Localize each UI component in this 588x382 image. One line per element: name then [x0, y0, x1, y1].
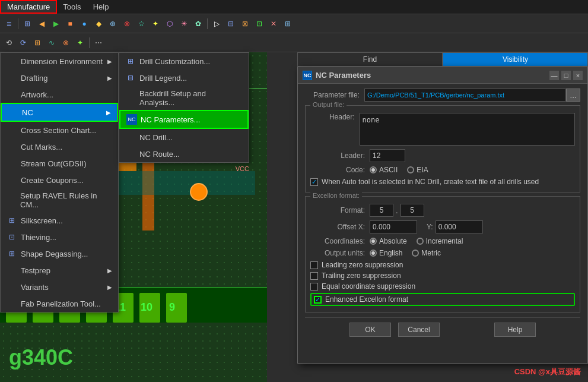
submenu-backdrill[interactable]: Backdrill Setup and Analysis... [119, 86, 249, 110]
code-eia-label: EIA [417, 166, 428, 174]
tb2-btn-3[interactable]: ⊞ [31, 36, 44, 49]
tb2-btn-6[interactable]: ✦ [74, 36, 87, 49]
menu-item-drafting[interactable]: Drafting ▶ [1, 70, 118, 86]
offset-x-label: Offset X: [310, 223, 370, 231]
tb-btn-15[interactable]: ▷ [210, 17, 223, 30]
coord-absolute-radio[interactable] [370, 238, 377, 245]
menu-item-shape-degassing[interactable]: ⊞ Shape Degassing... [1, 245, 118, 262]
param-file-input[interactable] [364, 89, 566, 102]
tb2-btn-5[interactable]: ⊗ [59, 36, 72, 49]
help-button[interactable]: Help [494, 323, 536, 337]
tb-btn-5[interactable]: ■ [63, 17, 77, 30]
silkscreen-icon: ⊞ [7, 215, 17, 226]
tb-btn-11[interactable]: ✦ [149, 17, 162, 30]
coord-incremental-radio[interactable] [417, 238, 424, 245]
tb-btn-1[interactable]: ≡ [2, 17, 15, 30]
tb-btn-17[interactable]: ⊠ [239, 17, 252, 30]
menu-tools[interactable]: Tools [57, 0, 87, 14]
menu-item-ravel[interactable]: Setup RAVEL Rules in CM... [1, 188, 118, 212]
offset-y-input[interactable] [436, 220, 483, 233]
menu-item-fab-panel[interactable]: Fab Panelization Tool... [1, 295, 118, 312]
header-input[interactable]: none [360, 113, 575, 146]
tb2-btn-4[interactable]: ∿ [45, 36, 58, 49]
tb2-btn-1[interactable]: ⟲ [2, 36, 15, 49]
tb-btn-14[interactable]: ✿ [192, 17, 205, 30]
menu-item-cut-marks[interactable]: Cut Marks... [1, 138, 118, 155]
code-ascii-radio[interactable] [370, 166, 377, 173]
tb-btn-16[interactable]: ⊟ [224, 17, 237, 30]
tb-btn-2[interactable]: ⊞ [21, 17, 34, 30]
menu-item-silkscreen[interactable]: ⊞ Silkscreen... [1, 212, 118, 229]
tb2-btn-2[interactable]: ⟳ [17, 36, 30, 49]
coord-incremental-option[interactable]: Incremental [417, 237, 463, 245]
ok-button[interactable]: OK [349, 323, 391, 337]
tab-find[interactable]: Find [297, 52, 443, 67]
leading-zero-checkbox[interactable] [310, 261, 318, 269]
tb-btn-7[interactable]: ◆ [92, 17, 105, 30]
tb-btn-13[interactable]: ☀ [177, 17, 190, 30]
sep-3 [89, 37, 90, 48]
enhanced-excellon-checkbox[interactable] [314, 296, 322, 304]
leader-input[interactable] [370, 149, 405, 162]
trailing-zero-checkbox[interactable] [310, 272, 318, 280]
coordinates-row: Coordinates: Absolute Incremental [310, 237, 575, 245]
close-btn[interactable]: × [573, 71, 583, 80]
tb-btn-19[interactable]: ✕ [267, 17, 280, 30]
browse-btn[interactable]: ... [566, 89, 580, 102]
code-label: Code: [310, 166, 370, 174]
nc-params-icon: NC [126, 114, 137, 125]
submenu-nc-route[interactable]: NC Route... [119, 146, 249, 162]
code-ascii-option[interactable]: ASCII [370, 166, 398, 174]
output-file-title: Output file: [310, 101, 347, 108]
menu-item-testprep[interactable]: Testprep ▶ [1, 262, 118, 279]
unit-metric-radio[interactable] [412, 250, 419, 257]
menu-manufacture[interactable]: Manufacture [0, 0, 57, 14]
menu-item-variants[interactable]: Variants ▶ [1, 279, 118, 295]
code-eia-radio[interactable] [407, 166, 414, 173]
tb-btn-8[interactable]: ⊕ [106, 17, 119, 30]
submenu-nc-params[interactable]: NC NC Parameters... [119, 110, 249, 129]
menu-item-thieving[interactable]: ⊡ Thieving... [1, 229, 118, 245]
tb-btn-10[interactable]: ☆ [135, 17, 148, 30]
format-right-input[interactable] [401, 204, 424, 217]
auto-tool-checkbox[interactable] [310, 178, 318, 186]
param-file-label: Parameter file: [305, 91, 364, 99]
equal-coord-checkbox[interactable] [310, 283, 318, 291]
code-eia-option[interactable]: EIA [407, 166, 428, 174]
menu-help[interactable]: Help [87, 0, 115, 14]
menu-item-coupons[interactable]: Create Coupons... [1, 172, 118, 188]
tb-btn-20[interactable]: ⊞ [281, 17, 294, 30]
tb-btn-18[interactable]: ⊡ [253, 17, 266, 30]
cross-section-icon [7, 125, 17, 135]
minimize-btn[interactable]: — [549, 71, 559, 80]
cancel-button[interactable]: Cancel [398, 323, 440, 337]
menu-item-nc[interactable]: NC ▶ [1, 103, 118, 122]
unit-english-radio[interactable] [370, 250, 377, 257]
maximize-btn[interactable]: □ [561, 71, 571, 80]
offset-x-input[interactable] [370, 220, 417, 233]
menu-item-cross-section[interactable]: Cross Section Chart... [1, 122, 118, 138]
tb-btn-4[interactable]: ▶ [49, 17, 62, 30]
auto-tool-row: When Auto tool is selected in NC Drill, … [310, 178, 575, 186]
format-left-input[interactable] [370, 204, 393, 217]
tb-btn-3[interactable]: ◀ [35, 17, 48, 30]
menu-item-dimension[interactable]: Dimension Environment ▶ [1, 53, 118, 70]
unit-english-option[interactable]: English [370, 249, 402, 257]
unit-metric-option[interactable]: Metric [412, 249, 441, 257]
submenu-drill-legend[interactable]: ⊟ Drill Legend... [119, 70, 249, 86]
tb-btn-9[interactable]: ⊗ [120, 17, 134, 30]
param-file-row: Parameter file: ... [305, 89, 580, 102]
cut-marks-icon [7, 141, 17, 152]
tb-btn-12[interactable]: ⬡ [163, 17, 176, 30]
drill-legend-icon: ⊟ [125, 72, 136, 83]
nc-route-icon [125, 149, 136, 159]
enhanced-excellon-label: Enhanced Excellon format [325, 295, 408, 304]
submenu-nc-drill[interactable]: NC Drill... [119, 129, 249, 146]
coord-absolute-option[interactable]: Absolute [370, 237, 407, 245]
menu-item-artwork[interactable]: Artwork... [1, 86, 118, 103]
submenu-drill-custom[interactable]: ⊞ Drill Customization... [119, 53, 249, 70]
tb2-btn-7[interactable]: ⋯ [92, 36, 105, 49]
tab-visibility[interactable]: Visibility [443, 52, 588, 67]
tb-btn-6[interactable]: ● [78, 17, 91, 30]
menu-item-stream-out[interactable]: Stream Out(GDSII) [1, 155, 118, 172]
